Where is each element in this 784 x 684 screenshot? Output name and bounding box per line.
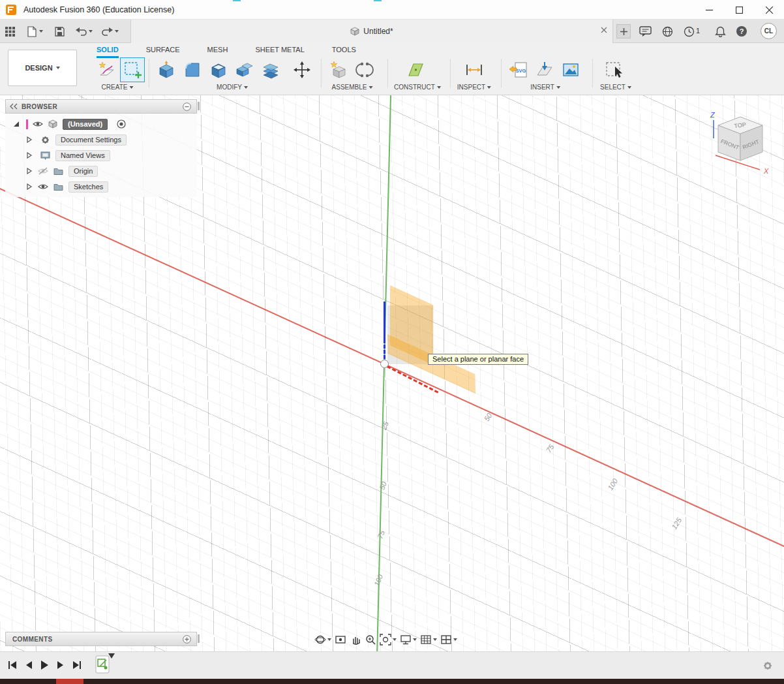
- zoom-button[interactable]: [365, 634, 376, 645]
- avatar[interactable]: CL: [761, 23, 777, 39]
- item-label[interactable]: Document Settings: [55, 134, 127, 146]
- maximize-button[interactable]: [724, 0, 754, 20]
- create-sketch-button[interactable]: [120, 57, 145, 82]
- undo-button[interactable]: [76, 25, 93, 38]
- visibility-off-eye-icon[interactable]: [38, 167, 48, 175]
- comments-bar[interactable]: COMMENTS: [5, 632, 197, 646]
- tab-solid[interactable]: SOLID: [97, 44, 119, 58]
- panel-resize-handle[interactable]: [198, 634, 200, 643]
- panel-resize-handle[interactable]: [198, 102, 200, 110]
- chevron-down-icon: [453, 638, 457, 641]
- insert-image-button[interactable]: [560, 59, 582, 81]
- inspect-group-dropdown[interactable]: INSPECT: [457, 84, 491, 91]
- tab-mesh[interactable]: MESH: [207, 44, 228, 58]
- taskbar-highlight: [56, 679, 83, 684]
- play-button[interactable]: [40, 660, 49, 670]
- view-cube[interactable]: Z TOP FRONT RIGHT X: [708, 108, 773, 176]
- activate-component-icon[interactable]: [117, 119, 126, 129]
- viewports-button[interactable]: [440, 634, 457, 645]
- origin-point[interactable]: [380, 360, 389, 368]
- grid-snap-button[interactable]: [420, 634, 437, 645]
- browser-item-named-views[interactable]: Named Views: [5, 148, 197, 163]
- browser-header[interactable]: BROWSER: [5, 99, 197, 114]
- offset-face-button[interactable]: [260, 59, 282, 81]
- construct-plane-button[interactable]: [404, 59, 427, 81]
- shell-button[interactable]: [207, 59, 230, 81]
- browser-root-row[interactable]: (Unsaved): [5, 116, 197, 132]
- timeline-settings-gear-icon[interactable]: [762, 660, 774, 672]
- modify-group-dropdown[interactable]: MODIFY: [217, 84, 248, 91]
- new-component-button[interactable]: [327, 59, 350, 81]
- chevron-down-icon: [244, 86, 248, 89]
- visibility-eye-icon[interactable]: [33, 120, 43, 128]
- expanded-caret-icon[interactable]: [13, 121, 20, 127]
- look-at-button[interactable]: [335, 634, 346, 645]
- viewport[interactable]: Select a plane or planar face 25 50 75 1…: [0, 95, 784, 651]
- insert-svg-button[interactable]: SVG: [507, 59, 530, 81]
- create-form-button[interactable]: [95, 59, 117, 81]
- item-label[interactable]: Origin: [68, 166, 98, 177]
- close-window-button[interactable]: [754, 0, 784, 20]
- app-grid-button[interactable]: [5, 25, 15, 38]
- create-group-dropdown[interactable]: CREATE: [102, 84, 134, 91]
- file-menu-button[interactable]: [27, 25, 43, 38]
- timeline-feature-sketch[interactable]: [95, 655, 110, 674]
- new-tab-button[interactable]: [616, 24, 631, 39]
- add-comment-icon[interactable]: [183, 635, 191, 644]
- browser-item-sketches[interactable]: Sketches: [5, 179, 197, 194]
- collapsed-caret-icon[interactable]: [26, 136, 33, 143]
- step-back-button[interactable]: [25, 661, 33, 670]
- go-to-end-button[interactable]: [72, 661, 82, 670]
- tab-close-button[interactable]: [601, 27, 607, 33]
- root-document-label[interactable]: (Unsaved): [63, 119, 108, 130]
- svg-text:SVG: SVG: [516, 68, 526, 74]
- save-button[interactable]: [55, 25, 65, 38]
- ribbon-separator: [387, 59, 388, 88]
- grid-icon: [420, 634, 432, 645]
- workspace-selector[interactable]: DESIGN: [8, 50, 77, 86]
- redo-button[interactable]: [102, 25, 119, 38]
- tab-tools[interactable]: TOOLS: [332, 44, 356, 58]
- insert-svg-icon: SVG: [509, 61, 528, 79]
- fillet-button[interactable]: [181, 59, 204, 81]
- inspect-group-label: INSPECT: [457, 84, 485, 91]
- browser-item-document-settings[interactable]: Document Settings: [5, 132, 197, 148]
- help-button[interactable]: ?: [736, 25, 747, 38]
- timeline-marker[interactable]: [108, 653, 115, 659]
- visibility-eye-icon[interactable]: [38, 183, 48, 191]
- insert-group-dropdown[interactable]: INSERT: [530, 84, 560, 91]
- insert-decal-button[interactable]: [534, 59, 556, 81]
- item-label[interactable]: Named Views: [55, 150, 110, 161]
- notifications-button[interactable]: [715, 25, 726, 38]
- orbit-button[interactable]: [314, 634, 331, 645]
- pan-button[interactable]: [350, 634, 361, 645]
- item-label[interactable]: Sketches: [68, 181, 108, 193]
- construct-group-dropdown[interactable]: CONSTRUCT: [394, 84, 441, 91]
- browser-item-origin[interactable]: Origin: [5, 163, 197, 179]
- fit-button[interactable]: [380, 634, 397, 645]
- move-copy-button[interactable]: [291, 59, 313, 81]
- collapsed-caret-icon[interactable]: [26, 152, 33, 159]
- online-status-button[interactable]: [662, 25, 673, 38]
- collapsed-caret-icon[interactable]: [26, 168, 33, 174]
- job-status-button[interactable]: [684, 25, 695, 38]
- combine-button[interactable]: [234, 59, 256, 81]
- select-button[interactable]: [604, 59, 626, 81]
- select-group-dropdown[interactable]: SELECT: [600, 84, 631, 91]
- step-forward-button[interactable]: [57, 661, 65, 670]
- collapsed-caret-icon[interactable]: [26, 183, 33, 190]
- tab-surface[interactable]: SURFACE: [146, 44, 180, 58]
- document-cube-icon: [350, 27, 359, 36]
- tab-sheet-metal[interactable]: SHEET METAL: [255, 44, 304, 58]
- measure-button[interactable]: [463, 59, 485, 81]
- go-to-start-button[interactable]: [8, 661, 17, 670]
- document-tab[interactable]: Untitled*: [130, 20, 613, 43]
- collapse-all-icon[interactable]: [183, 102, 191, 111]
- minimize-button[interactable]: [694, 0, 724, 20]
- collapse-panel-icon[interactable]: [10, 103, 18, 110]
- display-settings-button[interactable]: [400, 634, 417, 645]
- joint-button[interactable]: [354, 59, 376, 81]
- assemble-group-dropdown[interactable]: ASSEMBLE: [332, 84, 373, 91]
- comments-button[interactable]: [639, 25, 652, 38]
- press-pull-button[interactable]: [155, 59, 177, 81]
